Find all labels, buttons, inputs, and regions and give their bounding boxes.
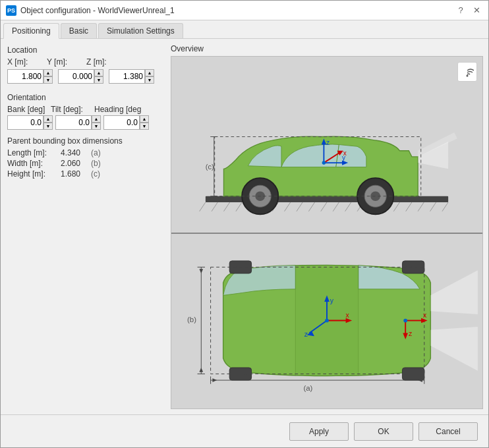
view-divider (171, 233, 482, 234)
tilt-input[interactable] (55, 115, 92, 130)
orient-labels: Bank [deg] Tilt [deg]: Heading [deg (7, 105, 159, 114)
svg-line-2 (200, 202, 206, 211)
z-up-btn[interactable]: ▲ (145, 69, 154, 76)
svg-point-0 (467, 75, 469, 77)
tilt-spinner: ▲ ▼ (55, 115, 101, 130)
z-down-btn[interactable]: ▼ (145, 76, 154, 84)
svg-point-80 (403, 319, 407, 323)
tab-positioning[interactable]: Positioning (3, 23, 59, 39)
apply-button[interactable]: Apply (289, 422, 349, 441)
tabs-bar: Positioning Basic Simulation Settings (1, 20, 488, 39)
svg-text:x: x (346, 312, 350, 319)
wifi-button[interactable] (457, 62, 477, 82)
y-input[interactable] (58, 69, 94, 84)
app-icon: PS (6, 5, 16, 16)
svg-line-20 (418, 202, 424, 211)
y-down-btn[interactable]: ▼ (94, 76, 103, 84)
svg-point-73 (325, 319, 329, 323)
bank-label: Bank [deg] (7, 105, 47, 114)
left-panel: Location X [m]: Y [m]: Z [m]: ▲ ▼ (1, 39, 165, 414)
bank-spinner-btns: ▲ ▼ (43, 115, 53, 130)
z-input[interactable] (109, 69, 145, 84)
ok-button[interactable]: OK (354, 422, 413, 441)
orientation-section: Orientation Bank [deg] Tilt [deg]: Headi… (7, 93, 159, 130)
bank-spinner: ▲ ▼ (7, 115, 53, 130)
bbox-length-label: Length [m]: (7, 148, 57, 157)
bbox-height-row: Height [m]: 1.680 (c) (7, 169, 159, 179)
bbox-width-letter: (b) (91, 159, 101, 168)
bbox-height-label: Height [m]: (7, 169, 57, 179)
svg-marker-55 (212, 378, 217, 382)
close-button[interactable]: ✕ (470, 4, 483, 17)
tab-simulation-settings[interactable]: Simulation Settings (98, 23, 183, 38)
z-spinner: ▲ ▼ (109, 69, 154, 84)
x-label: X [m]: (7, 57, 34, 67)
bbox-length-letter: (a) (91, 148, 101, 157)
x-down-btn[interactable]: ▼ (43, 76, 53, 84)
bank-down-btn[interactable]: ▼ (43, 123, 53, 130)
x-spinner-btns: ▲ ▼ (43, 69, 53, 84)
bank-up-btn[interactable]: ▲ (43, 115, 53, 123)
orient-inputs: ▲ ▼ ▲ ▼ ▲ (7, 115, 159, 130)
overview-label: Overview (171, 44, 483, 53)
tilt-down-btn[interactable]: ▼ (92, 123, 101, 130)
svg-line-18 (393, 202, 399, 211)
heading-spinner-btns: ▲ ▼ (140, 115, 149, 130)
x-spinner: ▲ ▼ (7, 69, 53, 84)
tilt-up-btn[interactable]: ▲ (92, 115, 101, 123)
main-window: PS Object configuration - WorldViewerUnr… (0, 0, 489, 448)
svg-text:z: z (326, 139, 330, 146)
heading-up-btn[interactable]: ▲ (140, 115, 149, 123)
footer: Apply OK Cancel (1, 414, 488, 447)
coords-row-inputs: ▲ ▼ ▲ ▼ ▲ (7, 69, 159, 84)
bbox-width-row: Width [m]: 2.060 (b) (7, 159, 159, 168)
svg-text:(a): (a) (303, 384, 312, 392)
heading-input[interactable] (103, 115, 140, 130)
window-title: Object configuration - WorldViewerUnreal… (20, 6, 175, 15)
svg-line-14 (345, 202, 351, 211)
svg-text:x: x (423, 312, 427, 319)
location-section: Location X [m]: Y [m]: Z [m]: ▲ ▼ (7, 45, 159, 86)
bbox-width-label: Width [m]: (7, 159, 57, 168)
bbox-height-letter: (c) (91, 169, 100, 179)
title-bar: PS Object configuration - WorldViewerUnr… (1, 1, 488, 20)
y-up-btn[interactable]: ▲ (94, 69, 103, 76)
help-button[interactable]: ? (454, 4, 467, 17)
svg-text:y: y (330, 297, 334, 304)
svg-text:z: z (304, 331, 308, 338)
svg-text:x: x (343, 150, 347, 157)
bbox-length-row: Length [m]: 4.340 (a) (7, 148, 159, 157)
side-view-svg: (c) z y x (171, 57, 482, 233)
tab-basic[interactable]: Basic (61, 23, 97, 38)
heading-down-btn[interactable]: ▼ (140, 123, 149, 130)
svg-line-9 (285, 202, 291, 211)
bbox-section: Parent bounding box dimensions Length [m… (7, 136, 159, 180)
svg-marker-61 (199, 269, 203, 273)
svg-line-13 (333, 202, 339, 211)
coords-row-labels: X [m]: Y [m]: Z [m]: (7, 57, 159, 67)
cancel-button[interactable]: Cancel (418, 422, 478, 441)
wifi-icon (461, 65, 474, 78)
x-up-btn[interactable]: ▲ (43, 69, 53, 76)
svg-line-4 (223, 202, 229, 211)
y-spinner-btns: ▲ ▼ (94, 69, 103, 84)
z-spinner-btns: ▲ ▼ (145, 69, 154, 84)
svg-text:z: z (409, 330, 412, 337)
z-label: Z [m]: (86, 57, 113, 67)
location-label: Location (7, 45, 159, 55)
svg-line-11 (308, 202, 314, 211)
svg-line-19 (406, 202, 412, 211)
svg-line-5 (236, 202, 242, 211)
heading-spinner: ▲ ▼ (103, 115, 149, 130)
svg-line-3 (212, 202, 217, 211)
x-input[interactable] (7, 69, 43, 84)
svg-line-12 (321, 202, 327, 211)
title-bar-left: PS Object configuration - WorldViewerUnr… (6, 5, 175, 16)
content-area: Location X [m]: Y [m]: Z [m]: ▲ ▼ (1, 39, 488, 414)
bbox-height-value: 1.680 (61, 169, 87, 179)
svg-line-10 (297, 202, 302, 211)
y-spinner: ▲ ▼ (58, 69, 103, 84)
bank-input[interactable] (7, 115, 43, 130)
bbox-width-value: 2.060 (61, 159, 87, 168)
bbox-title: Parent bounding box dimensions (7, 136, 159, 146)
